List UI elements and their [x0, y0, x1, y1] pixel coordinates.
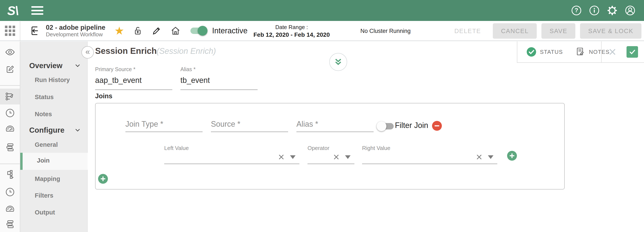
gauge-icon[interactable]: [0, 121, 20, 137]
alias-label: Alias *: [180, 66, 258, 72]
add-condition-button[interactable]: [507, 151, 517, 161]
app-bar: S\ ?: [0, 0, 644, 21]
primary-source-value[interactable]: aap_tb_event: [95, 76, 172, 90]
gear-icon[interactable]: [607, 5, 618, 16]
filter-join-toggle[interactable]: [378, 123, 394, 130]
sidebar-item-filters[interactable]: Filters: [35, 191, 53, 200]
selected-indicator: [20, 153, 22, 170]
clear-icon[interactable]: [334, 154, 339, 160]
apps-grid-icon[interactable]: [5, 26, 15, 36]
layers-stack-icon[interactable]: [0, 216, 20, 232]
right-value-label: Right Value: [362, 145, 497, 152]
sidebar-section-label: Overview: [29, 61, 62, 70]
left-value-label: Left Value: [164, 145, 300, 152]
join-type-select[interactable]: Join Type *: [126, 120, 202, 132]
alias-field[interactable]: Alias * tb_event: [180, 66, 258, 90]
right-value-select[interactable]: Right Value: [362, 145, 497, 164]
plus-icon: [100, 176, 106, 182]
rail-divider: [0, 85, 20, 86]
delete-button[interactable]: DELETE: [447, 28, 488, 35]
dropdown-caret-icon[interactable]: [290, 155, 296, 159]
rail-divider: [0, 164, 20, 164]
date-range-label: Date Range :: [250, 24, 333, 31]
chevron-double-down-icon: [333, 56, 344, 67]
body: Overview Run History Status Notes Config…: [0, 41, 644, 232]
confirm-check-button[interactable]: [626, 46, 638, 58]
interactive-toggle-label: Interactive: [212, 26, 248, 35]
icon-rail: [0, 41, 20, 232]
gauge-icon[interactable]: [0, 201, 20, 217]
help-icon[interactable]: ?: [571, 5, 582, 16]
collapse-sidebar-button[interactable]: «: [82, 46, 94, 59]
cancel-button[interactable]: CANCEL: [493, 23, 537, 39]
hamburger-menu-icon[interactable]: [31, 6, 43, 15]
session-enrich-panel: « Session Enrich (Session Enrich) STATUS…: [88, 41, 644, 232]
panel-title: Session Enrich: [95, 46, 157, 56]
workflow-subtitle: Development Workflow: [46, 31, 105, 38]
app-logo: S\: [7, 4, 18, 18]
minus-icon: [434, 123, 440, 129]
edit-pencil-icon[interactable]: [151, 25, 162, 36]
visibility-eye-icon[interactable]: [0, 44, 20, 60]
chevron-down-icon: [74, 126, 82, 134]
dropdown-caret-icon[interactable]: [345, 155, 350, 159]
dropdown-caret-icon[interactable]: [488, 155, 494, 159]
status-button[interactable]: STATUS: [526, 47, 563, 57]
account-icon[interactable]: [625, 5, 636, 16]
remove-join-button[interactable]: [432, 121, 442, 131]
sidebar-section-label: Configure: [29, 126, 64, 134]
compose-edit-icon[interactable]: [0, 61, 20, 77]
sidebar-item-general[interactable]: General: [35, 140, 58, 149]
date-range[interactable]: Date Range : Feb 12, 2020 - Feb 14, 2020: [250, 21, 333, 41]
clear-icon[interactable]: [476, 154, 482, 160]
panel-header: Session Enrich (Session Enrich) STATUS N…: [88, 41, 644, 63]
layers-stack-icon[interactable]: [0, 140, 20, 155]
left-value-select[interactable]: Left Value: [164, 145, 300, 164]
exit-to-app-icon[interactable]: [29, 25, 41, 37]
unlock-icon[interactable]: [132, 25, 143, 36]
workflow-title-block: 02 - adobe pipeline Development Workflow: [46, 24, 105, 38]
workflow-toolbar: 02 - adobe pipeline Development Workflow…: [0, 21, 644, 41]
sidebar: Overview Run History Status Notes Config…: [20, 41, 88, 232]
save-lock-button[interactable]: SAVE & LOCK: [580, 23, 642, 39]
chevron-down-icon: [74, 62, 82, 69]
sidebar-item-mapping[interactable]: Mapping: [35, 175, 60, 183]
primary-source-field[interactable]: Primary Source * aap_tb_event: [95, 66, 172, 90]
interactive-toggle[interactable]: [190, 28, 207, 34]
sidebar-section-overview[interactable]: Overview: [29, 60, 82, 71]
primary-source-label: Primary Source *: [95, 66, 172, 72]
alias-value[interactable]: tb_event: [180, 76, 258, 90]
workflow-title: 02 - adobe pipeline: [46, 24, 105, 31]
clear-icon[interactable]: [278, 154, 284, 160]
date-range-value: Feb 12, 2020 - Feb 14, 2020: [250, 31, 333, 38]
screen: S\ ?: [0, 0, 644, 232]
operator-label: Operator: [308, 145, 354, 152]
sidebar-item-notes[interactable]: Notes: [35, 110, 52, 118]
expand-date-panel-button[interactable]: [329, 53, 347, 71]
panel-subtitle: (Session Enrich): [156, 47, 216, 56]
sidebar-item-output[interactable]: Output: [35, 208, 55, 217]
cluster-status: No Cluster Running: [360, 21, 411, 41]
home-icon[interactable]: [170, 25, 181, 36]
operator-select[interactable]: Operator: [308, 145, 354, 164]
info-icon[interactable]: [589, 5, 600, 16]
favorite-star-icon[interactable]: ★: [114, 25, 124, 36]
sidebar-item-run-history[interactable]: Run History: [35, 76, 70, 84]
filter-join-label: Filter Join: [395, 121, 428, 130]
add-join-button[interactable]: [98, 174, 108, 184]
sidebar-item-status[interactable]: Status: [35, 93, 54, 101]
sidebar-section-configure[interactable]: Configure: [29, 125, 82, 135]
pipeline-flow-icon[interactable]: [0, 89, 20, 104]
joins-heading: Joins: [95, 92, 112, 100]
workflow-sitemap-icon[interactable]: [0, 167, 20, 182]
status-check-icon: [526, 47, 536, 57]
joins-box: Join Type * Source * Alias * Filter Join…: [95, 103, 565, 189]
clock-icon[interactable]: [0, 105, 20, 121]
clock-icon[interactable]: [0, 184, 20, 200]
sidebar-item-join[interactable]: Join: [20, 153, 88, 170]
join-alias-input[interactable]: Alias *: [296, 120, 374, 132]
plus-icon: [509, 153, 515, 159]
join-source-select[interactable]: Source *: [211, 120, 288, 132]
close-icon[interactable]: [608, 47, 617, 57]
save-button[interactable]: SAVE: [542, 23, 575, 39]
